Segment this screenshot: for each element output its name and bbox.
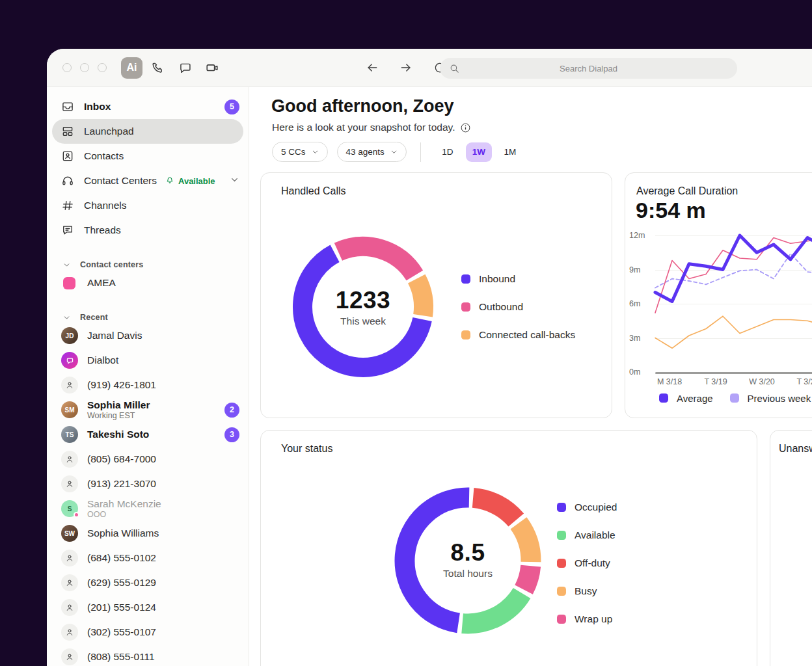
list-item[interactable]: SMSophia MillerWorking EST2 — [47, 397, 249, 422]
filter-divider — [420, 142, 421, 162]
legend-label: Busy — [575, 585, 597, 597]
sidebar-item-label: Launchpad — [84, 126, 134, 137]
x-tick-label: M 3/18 — [657, 377, 682, 386]
chevron-down-icon — [62, 260, 72, 269]
filter-bar: 5 CCs 43 agents 1D1W1M — [272, 142, 523, 162]
donut-segment-off-duty — [473, 498, 516, 520]
window-dot[interactable] — [80, 63, 89, 72]
list-item[interactable]: JDJamal Davis — [47, 323, 249, 348]
entry-label: AMEA — [87, 277, 116, 288]
legend-item: Connected call-backs — [461, 321, 575, 349]
legend-item: Wrap up — [557, 605, 617, 633]
search-bar[interactable] — [440, 58, 737, 79]
list-item[interactable]: SSarah McKenzieOOO — [47, 496, 249, 521]
sidebar-item-contact-centers[interactable]: Contact CentersAvailable — [47, 168, 249, 193]
entry-label: Sophia Williams — [87, 527, 159, 539]
list-item[interactable]: (684) 555-0102 — [47, 546, 249, 570]
section-header[interactable]: Recent — [47, 312, 249, 323]
window-dot[interactable] — [62, 63, 72, 72]
range-option-1m[interactable]: 1M — [497, 142, 523, 162]
window-dot[interactable] — [98, 63, 107, 72]
sidebar-item-contacts[interactable]: Contacts — [47, 144, 249, 168]
sidebar-item-label: Contacts — [84, 150, 124, 162]
dialpad-app-window: Ai — [47, 49, 812, 666]
list-item[interactable]: (919) 426-1801 — [47, 373, 249, 397]
avatar: JD — [61, 327, 78, 344]
entry-label: (629) 555-0129 — [87, 577, 156, 588]
chevron-down-icon — [312, 148, 319, 155]
back-icon[interactable] — [360, 55, 385, 80]
donut-center: 8.5 Total hours — [390, 539, 546, 579]
line-chart-legend: AveragePrevious week — [659, 392, 811, 405]
list-item[interactable]: AMEA — [47, 271, 249, 295]
card-title: Average Call Duration — [636, 185, 738, 197]
legend-swatch — [659, 393, 668, 403]
info-icon[interactable] — [460, 122, 471, 133]
section-header[interactable]: Contact centers — [47, 259, 249, 271]
legend-swatch — [557, 503, 566, 512]
donut-segment-available — [463, 593, 522, 624]
cc-filter-value: 5 CCs — [281, 147, 306, 157]
legend-label: Connected call-backs — [479, 329, 575, 341]
launchpad-icon — [61, 125, 74, 138]
hash-icon — [61, 199, 74, 212]
line-series-unlabeled-orange — [655, 316, 812, 348]
person-icon — [61, 574, 78, 591]
video-icon[interactable] — [200, 55, 224, 80]
legend-swatch — [557, 615, 566, 624]
list-item[interactable]: (302) 555-0107 — [47, 620, 249, 645]
chevron-down-icon[interactable] — [230, 175, 239, 187]
line-series-average — [655, 235, 812, 302]
desktop-background: Ai — [0, 0, 812, 666]
agents-filter-dropdown[interactable]: 43 agents — [337, 142, 407, 162]
list-item[interactable]: SWSophia Williams — [47, 521, 249, 546]
entry-subtitle: OOO — [87, 511, 161, 520]
cc-filter-dropdown[interactable]: 5 CCs — [272, 142, 328, 162]
sidebar-item-label: Channels — [84, 200, 127, 211]
list-item[interactable]: (913) 221-3070 — [47, 472, 249, 496]
sidebar-item-threads[interactable]: Threads — [47, 218, 249, 243]
list-item[interactable]: Dialbot — [47, 348, 249, 373]
unread-badge: 5 — [224, 100, 239, 114]
legend-swatch — [557, 587, 566, 596]
main-content: Good afternoon, Zoey Here is a look at y… — [250, 87, 812, 666]
legend-item: Off-duty — [557, 549, 617, 577]
status-dot — [74, 512, 79, 518]
page-title: Good afternoon, Zoey — [271, 96, 454, 116]
forward-icon[interactable] — [394, 55, 418, 80]
list-item[interactable]: (805) 684-7000 — [47, 447, 249, 472]
threads-icon — [61, 224, 74, 237]
legend-swatch — [461, 274, 470, 284]
card-title: Your status — [281, 443, 332, 455]
availability-status[interactable]: Available — [165, 176, 215, 186]
entry-label: (684) 555-0102 — [87, 552, 156, 563]
total-hours-label: Total hours — [390, 568, 546, 579]
list-item[interactable]: TSTakeshi Soto3 — [47, 422, 249, 447]
sidebar-nav: Inbox5LaunchpadContactsContact CentersAv… — [47, 94, 249, 243]
sidebar-item-label: Threads — [84, 224, 121, 236]
window-controls[interactable] — [62, 63, 107, 72]
avatar: SM — [61, 401, 78, 418]
card-title: Unanswered — [779, 443, 812, 455]
page-subtitle: Here is a look at your snapshot for toda… — [272, 122, 471, 133]
search-input[interactable] — [440, 58, 737, 79]
inbox-icon — [61, 100, 74, 113]
avatar: SW — [61, 525, 78, 542]
range-option-1d[interactable]: 1D — [435, 142, 461, 162]
sidebar-item-launchpad[interactable]: Launchpad — [52, 119, 243, 144]
legend-label: Average — [677, 393, 713, 404]
entry-label: (302) 555-0107 — [87, 626, 156, 637]
legend-swatch — [461, 330, 470, 340]
unread-badge: 3 — [224, 427, 239, 442]
avg-call-duration-card: Average Call Duration 9:54 m 12m9m6m3m0m… — [625, 172, 812, 418]
list-item[interactable]: (201) 555-0124 — [47, 595, 249, 620]
person-icon — [61, 550, 78, 566]
list-item[interactable]: (629) 555-0129 — [47, 570, 249, 595]
chat-icon[interactable] — [172, 55, 197, 80]
list-item[interactable]: (808) 555-0111 — [47, 645, 249, 666]
sidebar-item-inbox[interactable]: Inbox5 — [47, 94, 249, 119]
legend-swatch — [730, 393, 739, 403]
phone-icon[interactable] — [145, 55, 170, 80]
range-option-1w[interactable]: 1W — [466, 142, 492, 162]
sidebar-item-channels[interactable]: Channels — [47, 193, 249, 218]
